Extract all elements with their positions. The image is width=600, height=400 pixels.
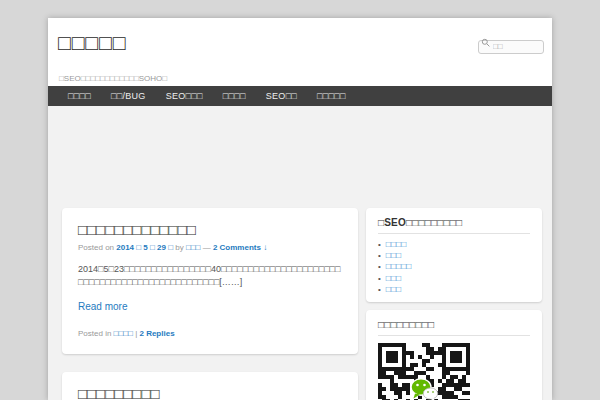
post-card: □□□□□□□□□□□□□ Posted on 2014 □ 5 □ 29 □ …: [62, 208, 358, 354]
widget-title: □SEO□□□□□□□□□: [378, 217, 530, 234]
footer-separator: |: [135, 329, 137, 338]
search-icon: [481, 38, 491, 48]
posted-on-label: Posted on: [78, 243, 114, 252]
sidebar-link[interactable]: □□□: [386, 273, 401, 283]
page-background: □□□□□ □SEO□□□□□□□□□□□□SOHO□ □□□□ □□/BUG …: [0, 0, 600, 400]
list-item: □□□□: [378, 239, 530, 250]
site-title[interactable]: □□□□□: [58, 31, 126, 55]
main-nav: □□□□ □□/BUG SEO□□□ □□□□ SEO□□ □□□□□: [48, 86, 552, 106]
site-page: □□□□□ □SEO□□□□□□□□□□□□SOHO□ □□□□ □□/BUG …: [48, 18, 552, 400]
read-more-link[interactable]: Read more: [78, 301, 127, 312]
nav-item-5[interactable]: SEO□□: [256, 86, 307, 106]
post-excerpt: 2014□5□23□□□□□□□□□□□□□□□□40□□□□□□□□□□□□□…: [78, 263, 342, 289]
qr-code: [378, 343, 470, 400]
widget-link-list: □□□□ □□□ □□□□□ □□□ □□□: [378, 239, 530, 295]
search-box: [478, 35, 544, 49]
post-comments-link[interactable]: 2 Comments ↓: [213, 243, 267, 252]
sidebar-link[interactable]: □□□□□: [386, 261, 412, 271]
meta-dash: —: [203, 243, 211, 252]
nav-item-6[interactable]: □□□□□: [307, 86, 356, 106]
content-area: □□□□□□□□□□□□□ Posted on 2014 □ 5 □ 29 □ …: [48, 106, 552, 400]
post-replies-link[interactable]: 2 Replies: [139, 329, 174, 338]
sidebar-link[interactable]: □□□: [386, 250, 401, 260]
by-label: by: [175, 243, 183, 252]
post-category-link[interactable]: □□□□: [114, 329, 133, 338]
post-author-link[interactable]: □□□: [186, 243, 201, 252]
site-header: □□□□□ □SEO□□□□□□□□□□□□SOHO□: [48, 18, 552, 86]
post-footer-meta: Posted in □□□□ | 2 Replies: [78, 329, 342, 338]
nav-item-1[interactable]: □□□□: [58, 86, 101, 106]
list-item: □□□: [378, 284, 530, 295]
nav-item-3[interactable]: SEO□□□: [156, 86, 213, 106]
post-title[interactable]: □□□□□□□□□: [78, 385, 342, 400]
wechat-icon: [409, 377, 439, 400]
post-title[interactable]: □□□□□□□□□□□□□: [78, 221, 342, 239]
post-date-link[interactable]: 2014 □ 5 □ 29 □: [116, 243, 173, 252]
sidebar-link[interactable]: □□□: [386, 284, 401, 294]
sidebar-widget-links: □SEO□□□□□□□□□ □□□□ □□□ □□□□□ □□□ □□□: [366, 208, 542, 302]
list-item: □□□: [378, 250, 530, 261]
list-item: □□□□□: [378, 261, 530, 272]
widget-title: □□□□□□□□□: [378, 319, 530, 336]
sidebar-widget-qrcode: □□□□□□□□□: [366, 310, 542, 400]
post-card: □□□□□□□□□ Posted on 2014 □ 4 □ 1 □ by □□…: [62, 372, 358, 400]
posted-in-label: Posted in: [78, 329, 111, 338]
post-meta: Posted on 2014 □ 5 □ 29 □ by □□□ — 2 Com…: [78, 243, 342, 252]
nav-item-4[interactable]: □□□□: [213, 86, 256, 106]
list-item: □□□: [378, 273, 530, 284]
nav-item-2[interactable]: □□/BUG: [101, 86, 156, 106]
sidebar-link[interactable]: □□□□: [386, 239, 407, 249]
site-tagline: □SEO□□□□□□□□□□□□SOHO□: [59, 74, 167, 83]
